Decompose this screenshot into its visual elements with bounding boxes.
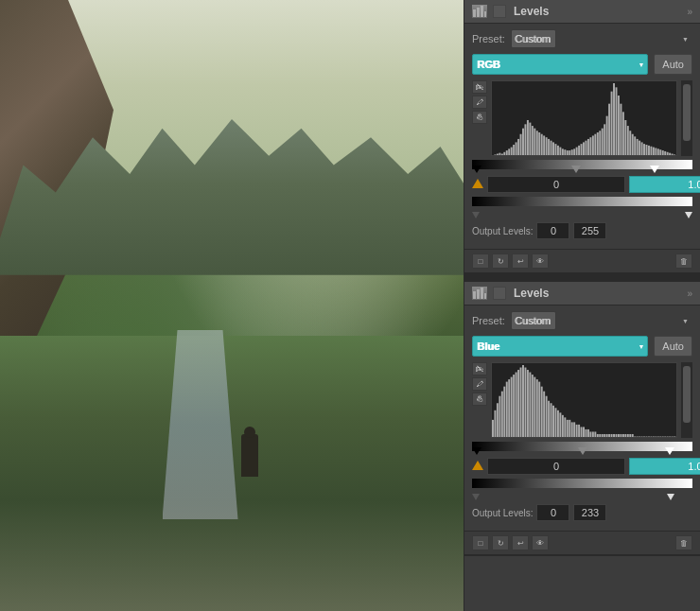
preset-select-wrapper-2[interactable]: Custom Custom: [511, 311, 692, 330]
svg-rect-51: [602, 129, 604, 155]
white-input-handle-2[interactable]: [665, 447, 674, 455]
gray-input-1[interactable]: [629, 176, 700, 193]
histogram-main-1: [491, 80, 677, 156]
svg-rect-159: [657, 436, 659, 437]
scroll-thumb-2[interactable]: [683, 366, 691, 423]
panel1-expand[interactable]: »: [687, 7, 692, 17]
scrollbar-1[interactable]: [681, 80, 692, 156]
channel-select-2[interactable]: Blue: [472, 336, 648, 357]
output-black-handle-1[interactable]: [472, 212, 480, 218]
gray-eyedropper-2[interactable]: 🖍: [472, 377, 487, 391]
cliff-rock: [0, 0, 114, 367]
white-eyedropper-1[interactable]: 🖏: [472, 111, 487, 124]
svg-rect-130: [589, 431, 591, 437]
svg-rect-53: [606, 116, 608, 155]
input-slider-1[interactable]: [472, 160, 692, 173]
white-eyedropper-2[interactable]: 🖏: [472, 393, 487, 406]
auto-btn-2[interactable]: Auto: [654, 336, 692, 357]
preset-select-1[interactable]: Custom: [511, 29, 556, 48]
black-input-1[interactable]: [487, 176, 625, 193]
white-input-handle-1[interactable]: [650, 166, 659, 173]
preset-select-wrapper-1[interactable]: Custom Custom: [511, 29, 692, 48]
svg-rect-33: [559, 148, 561, 155]
panel2-expand[interactable]: »: [687, 288, 692, 299]
svg-rect-125: [578, 425, 580, 437]
reset-btn-1[interactable]: ↻: [492, 253, 509, 269]
channel-select-wrapper-1[interactable]: RGB RGB: [472, 54, 648, 75]
svg-rect-84: [473, 291, 476, 299]
gray-input-handle-2[interactable]: [578, 447, 587, 455]
svg-rect-150: [637, 436, 639, 437]
output-black-handle-2[interactable]: [472, 494, 480, 500]
reset-btn-2[interactable]: ↻: [492, 535, 509, 550]
output-white-handle-1[interactable]: [685, 212, 692, 218]
channel-select-wrapper-2[interactable]: Blue Blue: [472, 336, 648, 357]
svg-rect-142: [618, 434, 620, 437]
svg-rect-37: [569, 150, 570, 155]
output-gradient-1: [472, 197, 692, 206]
svg-rect-107: [536, 379, 538, 437]
preset-select-2[interactable]: Custom: [511, 311, 556, 330]
preset-row-1: Preset: Custom Custom: [472, 29, 692, 48]
histogram-box-1: [491, 80, 677, 156]
black-eyedropper-1[interactable]: 🖎: [472, 80, 487, 94]
panel2-title-icon: [493, 287, 506, 300]
svg-rect-73: [653, 148, 655, 155]
black-eyedropper-2[interactable]: 🖎: [472, 362, 487, 375]
output-black-val-1[interactable]: [536, 222, 569, 239]
gray-eyedropper-1[interactable]: 🖍: [472, 96, 487, 109]
input-values-row-2: [472, 458, 692, 475]
properties-panels: 思缘设计社区 www.missyuan.com Levels » Preset:…: [464, 0, 700, 611]
gray-input-2[interactable]: [629, 458, 700, 475]
trash-btn-1[interactable]: 🗑: [675, 253, 692, 269]
svg-rect-161: [662, 436, 664, 437]
output-handles-2[interactable]: [472, 491, 692, 500]
scrollbar-2[interactable]: [681, 362, 692, 438]
panel2-header: Levels »: [464, 282, 700, 306]
svg-rect-141: [616, 434, 618, 437]
svg-rect-166: [674, 436, 675, 437]
black-input-handle-2[interactable]: [472, 447, 481, 455]
output-white-val-1[interactable]: [573, 222, 606, 239]
warning-triangle-1: [472, 179, 483, 188]
svg-rect-85: [477, 289, 480, 299]
svg-rect-39: [573, 148, 575, 155]
svg-rect-86: [481, 288, 483, 299]
output-handles-1[interactable]: [472, 209, 692, 218]
svg-rect-1: [477, 8, 480, 17]
channel-row-2: Blue Blue Auto: [472, 336, 692, 357]
svg-rect-34: [562, 148, 564, 155]
trash-btn-2[interactable]: 🗑: [675, 535, 692, 550]
scroll-thumb-1[interactable]: [683, 84, 691, 141]
clip-btn-2[interactable]: □: [472, 535, 489, 550]
output-black-val-2[interactable]: [536, 504, 569, 521]
auto-btn-1[interactable]: Auto: [654, 54, 692, 75]
undo-btn-1[interactable]: ↩: [512, 253, 529, 269]
eye-btn-2[interactable]: 👁: [532, 535, 549, 550]
clip-btn-1[interactable]: □: [472, 253, 489, 269]
svg-rect-60: [622, 112, 624, 155]
black-input-2[interactable]: [487, 458, 625, 475]
svg-rect-111: [546, 396, 548, 437]
svg-rect-9: [503, 152, 505, 155]
output-white-handle-2[interactable]: [667, 494, 674, 500]
svg-rect-77: [662, 150, 664, 155]
histogram-box-2: [491, 362, 677, 438]
svg-rect-22: [534, 129, 535, 155]
svg-rect-64: [632, 134, 634, 155]
input-slider-2[interactable]: [472, 442, 692, 455]
svg-rect-50: [599, 131, 601, 155]
histogram-main-2: [491, 362, 677, 438]
svg-rect-121: [569, 420, 570, 437]
eye-btn-1[interactable]: 👁: [532, 253, 549, 269]
channel-select-1[interactable]: RGB: [472, 54, 648, 75]
svg-rect-18: [524, 124, 526, 155]
undo-btn-2[interactable]: ↩: [512, 535, 529, 550]
output-white-val-2[interactable]: [573, 504, 606, 521]
svg-rect-62: [627, 126, 629, 155]
gray-input-handle-1[interactable]: [571, 166, 581, 173]
svg-rect-152: [641, 436, 643, 437]
svg-rect-56: [613, 83, 615, 155]
histogram-container-2: 🖎 🖍 🖏: [472, 362, 692, 438]
black-input-handle-1[interactable]: [472, 166, 481, 173]
